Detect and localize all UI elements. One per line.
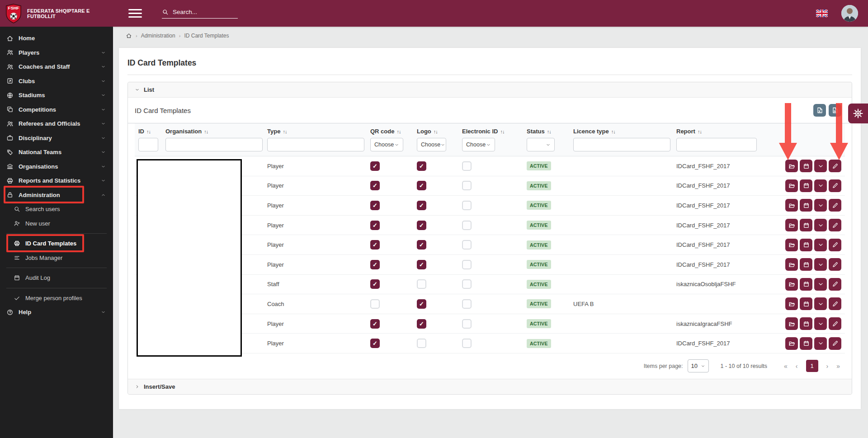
column-header-logo[interactable]: Logo↑↓ bbox=[413, 123, 458, 135]
sidebar-item-id-card-templates[interactable]: ID Card Templates bbox=[0, 236, 113, 251]
electronic-id-checkbox[interactable] bbox=[462, 161, 472, 171]
edit-template-button[interactable] bbox=[829, 199, 841, 212]
language-flag-uk[interactable] bbox=[816, 9, 828, 17]
qr-code-checkbox[interactable]: ✓ bbox=[370, 319, 380, 329]
electronic-id-checkbox[interactable] bbox=[462, 319, 472, 329]
sidebar-item-stadiums[interactable]: Stadiums bbox=[0, 88, 113, 103]
open-template-button[interactable] bbox=[785, 199, 798, 212]
edit-template-button[interactable] bbox=[829, 297, 841, 310]
expand-row-button[interactable] bbox=[814, 278, 827, 291]
logo-checkbox[interactable]: ✓ bbox=[417, 260, 426, 269]
open-template-button[interactable] bbox=[785, 258, 798, 271]
expand-row-button[interactable] bbox=[814, 258, 827, 271]
logo-checkbox[interactable]: ✓ bbox=[417, 240, 426, 250]
schedule-button[interactable] bbox=[800, 219, 812, 231]
last-page-button[interactable]: » bbox=[836, 363, 840, 370]
logo-checkbox[interactable]: ✓ bbox=[417, 201, 426, 210]
column-header-report[interactable]: Report↑↓ bbox=[673, 123, 774, 135]
electronic-id-checkbox[interactable] bbox=[462, 339, 472, 348]
schedule-button[interactable] bbox=[800, 258, 812, 271]
electronic-id-checkbox[interactable] bbox=[462, 260, 472, 269]
qr-code-checkbox[interactable]: ✓ bbox=[370, 181, 380, 190]
export-excel-button[interactable] bbox=[813, 104, 826, 117]
schedule-button[interactable] bbox=[800, 297, 812, 310]
home-icon[interactable] bbox=[126, 33, 132, 39]
qr-code-filter-select[interactable]: Choose bbox=[370, 138, 403, 151]
schedule-button[interactable] bbox=[800, 179, 812, 192]
sidebar-item-national-teams[interactable]: National Teams bbox=[0, 145, 113, 160]
logo-checkbox[interactable]: ✓ bbox=[417, 319, 426, 329]
logo-checkbox[interactable]: ✓ bbox=[417, 181, 426, 190]
schedule-button[interactable] bbox=[800, 317, 812, 330]
column-header-status[interactable]: Status↑↓ bbox=[523, 123, 570, 135]
column-header-type[interactable]: Type↑↓ bbox=[264, 123, 367, 135]
menu-toggle-button[interactable] bbox=[128, 7, 142, 20]
sidebar-item-reports-and-statistics[interactable]: Reports and Statistics bbox=[0, 174, 113, 188]
expand-row-button[interactable] bbox=[814, 239, 827, 251]
current-page-button[interactable]: 1 bbox=[806, 360, 818, 372]
sidebar-item-administration[interactable]: Administration bbox=[0, 188, 113, 203]
open-template-button[interactable] bbox=[785, 297, 798, 310]
open-template-button[interactable] bbox=[785, 160, 798, 172]
sidebar-item-search-users[interactable]: Search users bbox=[0, 202, 113, 217]
edit-template-button[interactable] bbox=[829, 337, 841, 350]
schedule-button[interactable] bbox=[800, 278, 812, 291]
sidebar-item-home[interactable]: Home bbox=[0, 31, 113, 46]
electronic-id-filter-select[interactable]: Choose bbox=[462, 138, 495, 151]
logo-checkbox[interactable]: ✓ bbox=[417, 299, 426, 309]
electronic-id-checkbox[interactable] bbox=[462, 299, 472, 309]
insert-save-section-header[interactable]: Insert/Save bbox=[128, 379, 852, 394]
sidebar-item-disciplinary[interactable]: Disciplinary bbox=[0, 131, 113, 146]
breadcrumb-id-card-templates[interactable]: ID Card Templates bbox=[184, 33, 229, 39]
expand-row-button[interactable] bbox=[814, 199, 827, 212]
column-header-licence-type[interactable]: Licence type↑↓ bbox=[570, 123, 673, 135]
electronic-id-checkbox[interactable] bbox=[462, 181, 472, 190]
edit-template-button[interactable] bbox=[829, 179, 841, 192]
sidebar-item-merge-person-profiles[interactable]: Merge person profiles bbox=[0, 291, 113, 306]
expand-row-button[interactable] bbox=[814, 179, 827, 192]
sidebar-item-help[interactable]: Help bbox=[0, 305, 113, 320]
column-header-qr-code[interactable]: QR code↑↓ bbox=[367, 123, 413, 135]
qr-code-checkbox[interactable]: ✓ bbox=[370, 240, 380, 250]
next-page-button[interactable]: › bbox=[826, 363, 829, 370]
sidebar-item-new-user[interactable]: New user bbox=[0, 217, 113, 231]
qr-code-checkbox[interactable] bbox=[370, 299, 380, 309]
expand-row-button[interactable] bbox=[814, 219, 827, 231]
edit-template-button[interactable] bbox=[829, 258, 841, 271]
settings-panel-button[interactable] bbox=[848, 104, 868, 123]
sidebar-item-coaches-and-staff[interactable]: Coaches and Staff bbox=[0, 60, 113, 74]
schedule-button[interactable] bbox=[800, 199, 812, 212]
expand-row-button[interactable] bbox=[814, 160, 827, 172]
expand-row-button[interactable] bbox=[814, 297, 827, 310]
open-template-button[interactable] bbox=[785, 317, 798, 330]
schedule-button[interactable] bbox=[800, 337, 812, 350]
report-filter-input[interactable] bbox=[676, 138, 757, 151]
sidebar-item-referees-and-officials[interactable]: Referees and Officials bbox=[0, 117, 113, 131]
qr-code-checkbox[interactable]: ✓ bbox=[370, 221, 380, 230]
logo-filter-select[interactable]: Choose bbox=[417, 138, 446, 151]
column-header-electronic-id[interactable]: Electronic ID↑↓ bbox=[458, 123, 523, 135]
qr-code-checkbox[interactable]: ✓ bbox=[370, 201, 380, 210]
sidebar-item-players[interactable]: Players bbox=[0, 46, 113, 60]
status-filter-select[interactable] bbox=[527, 138, 555, 151]
user-avatar[interactable] bbox=[841, 5, 858, 22]
open-template-button[interactable] bbox=[785, 337, 798, 350]
sidebar-item-organisations[interactable]: Organisations bbox=[0, 160, 113, 174]
page-size-select[interactable]: 10 bbox=[688, 359, 709, 372]
organisation-filter-input[interactable] bbox=[165, 138, 263, 151]
first-page-button[interactable]: « bbox=[784, 363, 788, 370]
electronic-id-checkbox[interactable] bbox=[462, 221, 472, 230]
qr-code-checkbox[interactable]: ✓ bbox=[370, 339, 380, 348]
electronic-id-checkbox[interactable] bbox=[462, 240, 472, 250]
column-header-id[interactable]: ID↑↓ bbox=[135, 123, 162, 135]
prev-page-button[interactable]: ‹ bbox=[796, 363, 798, 370]
open-template-button[interactable] bbox=[785, 219, 798, 231]
schedule-button[interactable] bbox=[800, 160, 812, 172]
id-filter-input[interactable] bbox=[138, 138, 158, 151]
edit-template-button[interactable] bbox=[829, 239, 841, 251]
sidebar-item-audit-log[interactable]: Audit Log bbox=[0, 271, 113, 285]
edit-template-button[interactable] bbox=[829, 160, 841, 172]
edit-template-button[interactable] bbox=[829, 219, 841, 231]
open-template-button[interactable] bbox=[785, 179, 798, 192]
logo-checkbox[interactable]: ✓ bbox=[417, 161, 426, 171]
